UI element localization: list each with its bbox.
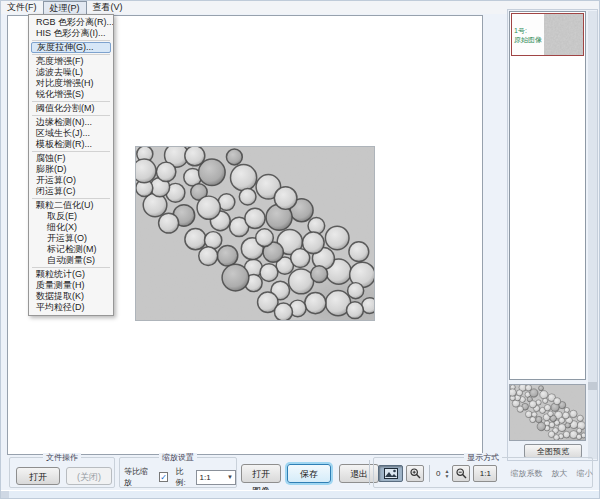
picture-icon <box>384 468 398 479</box>
menu-item-7[interactable]: 对比度增强(H) <box>29 78 113 89</box>
menu-item-28[interactable]: 颗粒统计(G) <box>29 269 113 280</box>
zoom-in-button[interactable] <box>406 465 424 482</box>
spinner-down-icon[interactable]: ▼ <box>444 474 449 479</box>
menu-item-30[interactable]: 数据提取(K) <box>29 291 113 302</box>
scrollbar[interactable] <box>588 11 597 459</box>
menu-item-17[interactable]: 膨胀(D) <box>29 164 113 175</box>
app-window: 文件(F)处理(P)查看(V) RGB 色彩分离(R)...HIS 色彩分离(I… <box>0 0 600 499</box>
image-index-label: 1号: <box>514 26 544 35</box>
close-button: (关闭) <box>66 467 112 485</box>
file-group-label: 文件操作 <box>43 453 81 462</box>
image-list-item-label: 1号: 原始图像 <box>512 26 544 44</box>
menu-item-10[interactable]: 阈值化分割(M) <box>29 103 113 114</box>
menu-separator <box>32 101 110 102</box>
display-group: 显示方式 0 ▲ ▼ <box>373 457 593 488</box>
menu-item-23[interactable]: 细化(X) <box>29 222 113 233</box>
menu-item-22[interactable]: 取反(E) <box>29 211 113 222</box>
zoom-factor-labels: 缩放系数放大缩小复位 <box>510 468 600 479</box>
menu-item-16[interactable]: 腐蚀(F) <box>29 153 113 164</box>
menu-separator <box>32 54 110 55</box>
ratio-label: 比例: <box>175 466 193 488</box>
menu-item-8[interactable]: 锐化增强(S) <box>29 89 113 100</box>
zoom-factor-label-0: 缩放系数 <box>510 468 542 479</box>
magnifier-minus-icon <box>456 468 467 479</box>
menubar-item-2[interactable]: 查看(V) <box>87 1 129 14</box>
zoom-step-value: 0 <box>435 469 441 478</box>
zoom-factor-label-1: 放大 <box>551 468 567 479</box>
menu-item-25[interactable]: 标记检测(M) <box>29 244 113 255</box>
zoom-factor-label-2: 缩小 <box>576 468 592 479</box>
open-button[interactable]: 打开 <box>16 467 60 485</box>
menu-item-3[interactable]: 灰度拉伸(G)... <box>31 42 111 53</box>
magnifier-plus-icon <box>410 468 421 479</box>
processing-menu-dropdown: RGB 色彩分离(R)...HIS 色彩分离(I)...灰度拉伸(G)...亮度… <box>28 14 114 316</box>
keep-ratio-label: 等比缩放 <box>124 466 156 488</box>
menu-separator <box>32 115 110 116</box>
ratio-value: 1:1 <box>199 473 210 482</box>
menu-item-29[interactable]: 质量测量(H) <box>29 280 113 291</box>
menu-item-14[interactable]: 模板检测(R)... <box>29 139 113 150</box>
chevron-down-icon: ▼ <box>227 474 233 480</box>
menu-separator <box>32 267 110 268</box>
keep-ratio-checkbox[interactable]: ✓ <box>159 472 169 482</box>
resize-grip[interactable] <box>1 491 9 499</box>
image-mode-button[interactable] <box>378 465 403 482</box>
open-image-button[interactable]: 打开图像 <box>241 464 281 483</box>
menu-item-21[interactable]: 颗粒二值化(U) <box>29 200 113 211</box>
zoom-step-spinner[interactable]: ▲ ▼ <box>444 469 449 479</box>
ratio-combobox[interactable]: 1:1 ▼ <box>196 470 236 485</box>
menu-item-19[interactable]: 闭运算(C) <box>29 186 113 197</box>
navigator-thumbnail[interactable] <box>509 384 586 441</box>
image-list-item[interactable]: 1号: 原始图像 <box>511 13 584 56</box>
menubar-item-0[interactable]: 文件(F) <box>1 1 43 14</box>
menu-separator <box>32 151 110 152</box>
menu-separator <box>32 40 110 41</box>
sidebar: 1号: 原始图像 全图预览 <box>507 9 598 461</box>
menu-item-13[interactable]: 区域生长(J)... <box>29 128 113 139</box>
menu-item-1[interactable]: HIS 色彩分离(I)... <box>29 28 113 39</box>
file-group: 文件操作 打开 (关闭) <box>9 457 115 488</box>
menu-separator <box>32 198 110 199</box>
zoom-out-button[interactable] <box>452 465 470 482</box>
menu-item-31[interactable]: 平均粒径(D) <box>29 302 113 313</box>
tem-image <box>135 146 375 321</box>
menu-item-12[interactable]: 边缘检测(N)... <box>29 117 113 128</box>
image-list[interactable]: 1号: 原始图像 <box>509 11 586 380</box>
menu-item-26[interactable]: 自动测量(S) <box>29 255 113 266</box>
image-name-label: 原始图像 <box>514 35 544 44</box>
menubar-item-1[interactable]: 处理(P) <box>43 1 87 14</box>
status-bar <box>1 490 600 499</box>
menu-item-0[interactable]: RGB 色彩分离(R)... <box>29 17 113 28</box>
menu-item-18[interactable]: 开运算(O) <box>29 175 113 186</box>
toolbar-divider <box>369 460 370 485</box>
scrollbar-thumb[interactable] <box>588 382 597 390</box>
preview-button[interactable]: 全图预览 <box>524 444 582 458</box>
image-list-thumbnail <box>544 14 583 55</box>
zoom-group: 缩放设置 等比缩放 ✓ 比例: 1:1 ▼ <box>119 457 237 488</box>
save-button[interactable]: 保存 <box>287 464 331 483</box>
display-group-label: 显示方式 <box>464 453 502 462</box>
zoom-group-label: 缩放设置 <box>159 453 197 462</box>
toolbar-separator <box>429 465 430 482</box>
menu-item-6[interactable]: 滤波去噪(L) <box>29 67 113 78</box>
menu-item-5[interactable]: 亮度增强(F) <box>29 56 113 67</box>
menu-item-24[interactable]: 开运算(O) <box>29 233 113 244</box>
actual-size-button[interactable]: 1:1 <box>473 465 497 482</box>
